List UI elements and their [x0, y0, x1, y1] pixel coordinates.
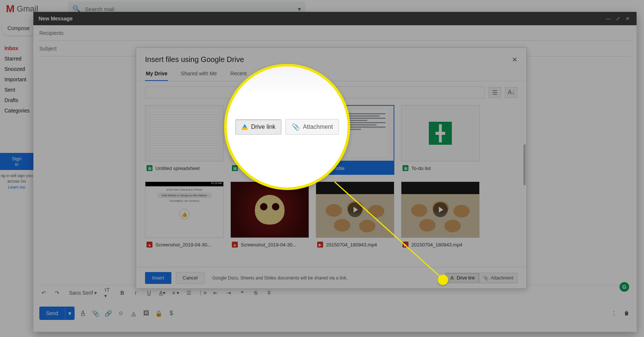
recipients-field[interactable]	[39, 25, 631, 41]
file-card[interactable]: 10:19 AM STATION CREATED FROM Add Artist…	[145, 181, 224, 251]
tab-recent[interactable]: Recent	[230, 67, 247, 81]
italic-icon[interactable]: I	[131, 288, 140, 297]
recipients-input[interactable]	[39, 30, 631, 36]
format-toggle-icon[interactable]: A	[79, 309, 87, 317]
close-icon[interactable]: ✕	[624, 15, 631, 22]
more-options-icon[interactable]: ⋮	[610, 309, 618, 317]
compose-button[interactable]: Compose	[1, 21, 36, 36]
send-label: Send	[39, 310, 65, 316]
phone-label2: THUMBED UP SONGS	[145, 200, 223, 202]
file-card[interactable]: ▦Untitled spreadsheet	[145, 105, 224, 175]
paperclip-icon: 📎	[292, 123, 300, 131]
sidebar: Compose Inbox Starred Snoozed Important …	[0, 18, 33, 337]
phone-chip: Add Artists or Songs to this station	[157, 193, 212, 198]
money-icon[interactable]: $	[167, 309, 175, 317]
compose-title: New Message	[39, 16, 602, 22]
file-card[interactable]: ▶20150704_180943.mp4	[401, 181, 480, 251]
image-icon: ▲	[147, 242, 152, 248]
indent-less-icon[interactable]: ⇤	[211, 288, 220, 297]
confidential-icon[interactable]: 🔒	[155, 309, 163, 317]
picker-hint: Google Docs, Sheets and Slides documents…	[212, 275, 441, 281]
tab-shared-with-me[interactable]: Shared with Me	[180, 67, 217, 81]
sidebar-item-categories[interactable]: Categories	[0, 105, 33, 116]
photo-icon[interactable]: 🖼	[142, 309, 150, 317]
undo-icon[interactable]: ↶	[39, 288, 48, 297]
file-name: Screenshot_2019-04-30...	[241, 242, 296, 248]
magnified-drive-link-button: Drive link	[235, 119, 282, 135]
file-card[interactable]: ▶20150704_180943.mp4	[316, 181, 394, 251]
bulleted-list-icon[interactable]: ⋮≡	[198, 288, 207, 297]
drive-link-label: Drive link	[457, 275, 475, 281]
video-icon: ▶	[402, 242, 408, 248]
indent-more-icon[interactable]: ⇥	[224, 288, 233, 297]
picker-close-icon[interactable]: ✕	[512, 56, 518, 64]
gmail-m-icon: M	[6, 3, 14, 15]
insert-as-toggle: Drive link 📎 Attachment	[446, 273, 518, 283]
quote-icon[interactable]: ❝	[238, 288, 247, 297]
drive-triangle-icon	[242, 124, 248, 130]
compose-titlebar: New Message — ⤢ ✕	[33, 12, 637, 25]
align-icon[interactable]: ≡ ▾	[171, 288, 180, 297]
send-more-icon[interactable]: ▾	[65, 307, 75, 320]
list-view-icon[interactable]: ☰	[489, 87, 501, 98]
sidebar-item-sent[interactable]: Sent	[0, 85, 33, 95]
underline-icon[interactable]: U	[144, 288, 153, 297]
picker-scrollbar[interactable]	[523, 144, 526, 185]
file-name: Screenshot_2019-04-30...	[155, 242, 211, 248]
sheets-app-icon: ╋	[429, 122, 452, 145]
sheets-icon: ▦	[232, 165, 238, 171]
font-family-select[interactable]: Sans Serif ▾	[66, 290, 100, 296]
tab-my-drive[interactable]: My Drive	[145, 67, 168, 81]
link-icon[interactable]: 🔗	[104, 309, 112, 317]
send-button[interactable]: Send ▾	[39, 307, 75, 320]
numbered-list-icon[interactable]: ☰	[184, 288, 193, 297]
phone-label: STATION CREATED FROM	[145, 189, 223, 191]
magnified-attachment-button: 📎 Attachment	[285, 119, 339, 135]
signin-button[interactable]: Sign in	[0, 153, 33, 170]
sidebar-item-drafts[interactable]: Drafts	[0, 95, 33, 105]
file-name: 20150704_180943.mp4	[326, 242, 377, 248]
bold-icon[interactable]: B	[118, 288, 126, 297]
play-icon	[348, 202, 362, 217]
emoji-icon[interactable]: ☺	[117, 309, 125, 317]
popout-icon[interactable]: ⤢	[614, 15, 622, 22]
paperclip-icon: 📎	[483, 275, 489, 281]
attachment-button[interactable]: 📎 Attachment	[479, 273, 518, 283]
file-card[interactable]: ╋ ▦To-do list	[401, 105, 480, 175]
redo-icon[interactable]: ↷	[53, 288, 62, 297]
image-icon: ▲	[232, 242, 238, 248]
signin-learn-more-link[interactable]: Learn mo	[8, 185, 25, 189]
magnified-drive-link-label: Drive link	[251, 124, 276, 130]
signin-hint: ng in will sign you across Go Learn mo	[0, 173, 33, 190]
file-name: 20150704_180943.mp4	[411, 242, 462, 248]
sidebar-item-important[interactable]: Important	[0, 74, 33, 85]
signin-hint-line2: across Go	[7, 179, 26, 183]
play-icon	[433, 202, 448, 217]
attach-icon[interactable]: 📎	[92, 309, 100, 317]
strikethrough-icon[interactable]: S	[251, 288, 260, 297]
file-card[interactable]: ▲Screenshot_2019-04-30...	[230, 181, 309, 251]
discard-icon[interactable]	[622, 309, 631, 317]
annotation-magnifier: Drive link 📎 Attachment	[224, 64, 350, 190]
sidebar-item-inbox[interactable]: Inbox	[0, 43, 33, 53]
picker-footer: Insert Cancel Google Docs, Sheets and Sl…	[136, 267, 526, 288]
font-family-label: Sans Serif	[69, 290, 93, 296]
font-size-icon[interactable]: τT ▾	[104, 288, 113, 297]
signin-hint-line1: ng in will sign you	[1, 173, 33, 178]
grammarly-badge-icon[interactable]: G	[620, 282, 629, 292]
cancel-button[interactable]: Cancel	[176, 272, 205, 284]
minimize-icon[interactable]: —	[605, 15, 612, 22]
search-input[interactable]	[85, 6, 298, 12]
drive-icon[interactable]: ◬	[129, 309, 138, 317]
insert-button[interactable]: Insert	[145, 272, 171, 284]
sort-icon[interactable]: A↓	[505, 87, 518, 98]
sidebar-item-snoozed[interactable]: Snoozed	[0, 64, 33, 74]
sheets-icon: ▦	[147, 165, 152, 171]
search-options-icon[interactable]: ▾	[298, 6, 301, 13]
attachment-label: Attachment	[491, 275, 513, 281]
remove-formatting-icon[interactable]: T̶	[264, 288, 273, 297]
video-icon: ▶	[317, 242, 323, 248]
sidebar-item-starred[interactable]: Starred	[0, 53, 33, 64]
drive-link-button[interactable]: Drive link	[446, 273, 479, 283]
text-color-icon[interactable]: A ▾	[158, 288, 167, 297]
